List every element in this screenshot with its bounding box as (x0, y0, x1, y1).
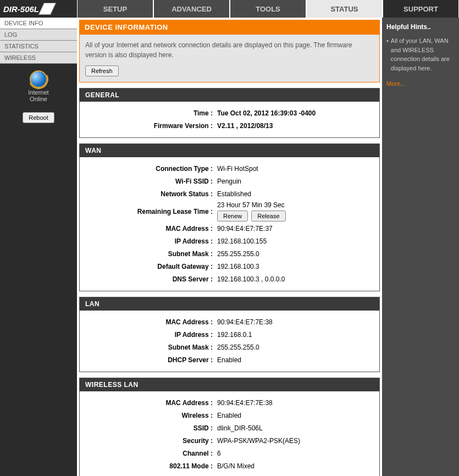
wan-dns-value: 192.168.100.3 , 0.0.0.0 (216, 275, 375, 283)
wlan-ch-value: 6 (216, 450, 375, 457)
lan-dhcp-value: Enabled (216, 356, 375, 364)
top-nav: DIR-506L SETUP ADVANCED TOOLS STATUS SUP… (0, 0, 459, 18)
wlan-wireless-value: Enabled (216, 412, 375, 419)
wan-conn-type-value: Wi-Fi HotSpot (216, 165, 375, 173)
tab-status[interactable]: STATUS (306, 0, 383, 18)
lan-mask-value: 255.255.255.0 (216, 344, 375, 351)
globe-icon (30, 70, 47, 88)
wlan-mac-label: MAC Address : (84, 399, 216, 407)
time-value: Tue Oct 02, 2012 16:39:03 -0400 (216, 109, 375, 117)
tab-tools[interactable]: TOOLS (230, 0, 306, 18)
internet-label: Internet (2, 89, 75, 96)
hints-more-link[interactable]: More... (386, 79, 455, 88)
wan-gw-label: Default Gateway : (84, 263, 216, 270)
wan-mac-label: MAC Address : (84, 225, 216, 233)
wan-ssid-label: Wi-Fi SSID : (84, 178, 216, 185)
wan-mask-label: Subnet Mask : (84, 250, 216, 258)
wlan-ch-label: Channel : (84, 450, 216, 457)
wan-mask-value: 255.255.255.0 (216, 250, 375, 258)
wan-ssid-value: Penguin (216, 178, 375, 185)
section-wan: WAN Connection Type :Wi-Fi HotSpot Wi-Fi… (79, 143, 380, 291)
panel-body: All of your Internet and network connect… (79, 35, 380, 82)
sidebar-item-log[interactable]: LOG (0, 29, 77, 41)
wlan-sec-label: Security : (84, 437, 216, 445)
bullet-icon: • (386, 36, 389, 73)
wan-lease-value: 23 Hour 57 Min 39 Sec (217, 201, 375, 209)
section-wan-title: WAN (80, 144, 379, 157)
wan-gw-value: 192.168.100.3 (216, 263, 375, 270)
hints-panel: Helpful Hints.. • All of your LAN, WAN a… (382, 18, 459, 476)
tab-advanced[interactable]: ADVANCED (153, 0, 230, 18)
sidebar: DEVICE INFO LOG STATISTICS WIRELESS Inte… (0, 18, 77, 476)
lan-ip-label: IP Address : (84, 331, 216, 339)
wan-lease-label: Remaining Lease Time : (84, 208, 216, 215)
logo-text: DIR-506L (3, 4, 39, 14)
panel-title: DEVICE INFORMATION (79, 20, 380, 35)
release-button[interactable]: Release (251, 211, 285, 222)
logo-slash-icon (38, 3, 56, 15)
logo: DIR-506L (0, 0, 77, 18)
wan-netstatus-value: Established (216, 190, 375, 198)
panel-description: All of your Internet and network connect… (85, 40, 374, 60)
lan-ip-value: 192.168.0.1 (216, 331, 375, 339)
section-lan-title: LAN (80, 297, 379, 311)
wan-netstatus-label: Network Status : (84, 190, 216, 198)
sidebar-item-statistics[interactable]: STATISTICS (0, 41, 77, 52)
wlan-wireless-label: Wireless : (84, 412, 216, 419)
wlan-ssid-value: dlink_DIR-506L (216, 424, 375, 432)
lan-mask-label: Subnet Mask : (84, 344, 216, 351)
hints-text: All of your LAN, WAN and WIRELESS connec… (391, 36, 455, 73)
section-lan: LAN MAC Address :90:94:E4:E7:7E:38 IP Ad… (79, 297, 380, 372)
wan-conn-type-label: Connection Type : (84, 165, 216, 173)
wlan-mode-value: B/G/N Mixed (216, 462, 375, 470)
internet-status-text: Online (2, 96, 75, 102)
sidebar-item-wireless[interactable]: WIRELESS (0, 52, 77, 64)
internet-status: Internet Online (0, 64, 77, 108)
wan-ip-label: IP Address : (84, 237, 216, 245)
wan-mac-value: 90:94:E4:E7:7E:37 (216, 225, 375, 233)
lan-mac-label: MAC Address : (84, 318, 216, 326)
lan-mac-value: 90:94:E4:E7:7E:38 (216, 318, 375, 326)
wan-ip-value: 192.168.100.155 (216, 237, 375, 245)
section-general: GENERAL Time : Tue Oct 02, 2012 16:39:03… (79, 88, 380, 138)
section-wlan: WIRELESS LAN MAC Address :90:94:E4:E7:7E… (79, 378, 380, 476)
wlan-ssid-label: SSID : (84, 424, 216, 432)
section-wlan-title: WIRELESS LAN (80, 378, 379, 391)
tab-setup[interactable]: SETUP (77, 0, 153, 18)
reboot-button[interactable]: Reboot (23, 112, 54, 123)
wlan-mac-value: 90:94:E4:E7:7E:38 (216, 399, 375, 407)
refresh-button[interactable]: Refresh (85, 65, 119, 76)
tab-support[interactable]: SUPPORT (383, 0, 459, 18)
sidebar-item-device-info[interactable]: DEVICE INFO (0, 18, 77, 29)
fw-value: V2.11 , 2012/08/13 (216, 122, 375, 130)
lan-dhcp-label: DHCP Server : (84, 356, 216, 364)
time-label: Time : (84, 109, 216, 117)
wlan-sec-value: WPA-PSK/WPA2-PSK(AES) (216, 437, 375, 445)
main-content: DEVICE INFORMATION All of your Internet … (77, 18, 382, 476)
renew-button[interactable]: Renew (217, 211, 248, 222)
wan-dns-label: DNS Server : (84, 275, 216, 283)
hints-title: Helpful Hints.. (386, 22, 455, 32)
wlan-mode-label: 802.11 Mode : (84, 462, 216, 470)
fw-label: Firmware Version : (84, 122, 216, 130)
section-general-title: GENERAL (80, 88, 379, 102)
